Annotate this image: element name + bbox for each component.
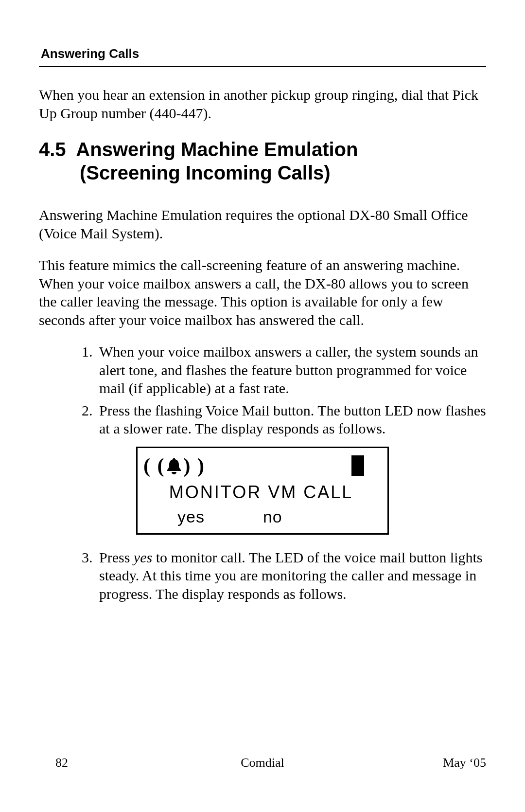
section-title-line2: (Screening Incoming Calls) xyxy=(80,161,486,184)
step-3-rest: to monitor call. The LED of the voice ma… xyxy=(99,549,482,602)
ring-paren-left: ( ( xyxy=(143,454,165,477)
display-option-yes: yes xyxy=(177,507,205,526)
footer-date: May ‘05 xyxy=(443,756,486,770)
ringing-bell-icon: ( ( ) ) xyxy=(143,454,205,477)
section-para-2: This feature mimics the call-screening f… xyxy=(39,256,486,329)
cursor-block-icon xyxy=(351,455,364,476)
footer-center: Comdial xyxy=(39,756,486,770)
section-title-line1: Answering Machine Emulation xyxy=(76,139,358,160)
running-header: Answering Calls xyxy=(41,46,486,61)
page-footer: 82 Comdial May ‘05 xyxy=(39,756,486,770)
step-3-prefix: Press xyxy=(99,549,134,565)
section-heading: 4.5 Answering Machine Emulation (Screeni… xyxy=(39,138,486,184)
steps-list: When your voice mailbox answers a caller… xyxy=(39,343,486,438)
page: Answering Calls When you hear an extensi… xyxy=(0,0,525,812)
display-option-gap xyxy=(205,507,263,526)
step-3-yes: yes xyxy=(134,549,152,565)
phone-display-panel: ( ( ) ) MONITOR VM CALL yes no xyxy=(136,447,389,535)
header-rule xyxy=(39,66,486,67)
step-3: Press yes to monitor call. The LED of th… xyxy=(96,548,486,603)
section-number: 4.5 xyxy=(39,139,66,160)
display-title: MONITOR VM CALL xyxy=(143,482,379,503)
ring-paren-right: ) ) xyxy=(183,454,205,477)
step-2: Press the flashing Voice Mail button. Th… xyxy=(96,401,486,438)
section-para-1: Answering Machine Emulation requires the… xyxy=(39,206,486,242)
display-top-row: ( ( ) ) xyxy=(143,452,379,479)
footer-page-number: 82 xyxy=(55,756,68,770)
display-options-row: yes no xyxy=(143,507,379,526)
bell-icon xyxy=(166,456,182,475)
steps-list-cont: Press yes to monitor call. The LED of th… xyxy=(39,548,486,603)
intro-paragraph: When you hear an extension in another pi… xyxy=(39,86,486,122)
step-1: When your voice mailbox answers a caller… xyxy=(96,343,486,397)
display-option-no: no xyxy=(263,507,282,526)
